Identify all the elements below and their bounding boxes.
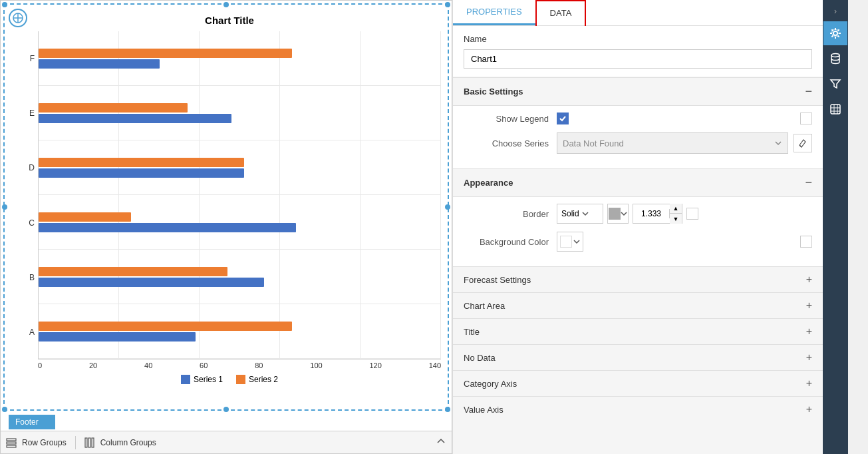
filter-button[interactable]	[823, 72, 847, 96]
column-groups-icon	[84, 437, 95, 448]
x-label-100: 100	[310, 361, 322, 369]
border-style-select[interactable]: Solid	[557, 204, 603, 224]
pencil-icon	[798, 138, 807, 148]
bar-b-orange	[39, 103, 188, 113]
x-label-140: 140	[429, 361, 441, 369]
choose-series-dropdown[interactable]: Data Not Found	[557, 132, 788, 154]
chart-area-row[interactable]: Chart Area +	[453, 292, 823, 318]
right-panel: PROPERTIES DATA Name Basic Settings − Sh…	[452, 0, 848, 454]
choose-series-control: Data Not Found	[557, 132, 812, 154]
border-width-value: 1.333	[633, 209, 670, 218]
no-data-row[interactable]: No Data +	[453, 344, 823, 370]
show-legend-control	[557, 113, 812, 124]
basic-settings-collapse[interactable]: −	[805, 85, 812, 99]
choose-series-row: Choose Series Data Not Found	[464, 132, 812, 154]
bar-group-e	[39, 250, 441, 304]
border-color-picker[interactable]	[607, 204, 629, 224]
forecast-settings-expand[interactable]: +	[806, 274, 812, 286]
chevron-right-icon[interactable]: ›	[834, 3, 837, 20]
appearance-label: Appearance	[464, 178, 513, 188]
bar-f-blue	[39, 332, 196, 341]
palette-button[interactable]	[823, 97, 847, 121]
palette-icon	[829, 103, 841, 115]
left-panel: Chart Title A B C D E F	[0, 0, 452, 454]
bar-d-blue	[39, 223, 296, 232]
bg-color-swatch	[560, 236, 572, 248]
bg-color-control	[557, 232, 812, 252]
show-legend-checkbox2[interactable]	[800, 113, 812, 124]
category-axis-expand[interactable]: +	[806, 377, 812, 389]
chart-plot: A B C D E F	[18, 31, 441, 359]
edit-series-button[interactable]	[794, 134, 812, 152]
svg-rect-4	[7, 442, 16, 444]
bg-color-checkbox[interactable]	[800, 236, 812, 248]
crosshair-icon	[12, 12, 24, 24]
y-label-e: E	[18, 109, 35, 117]
svg-line-9	[799, 145, 801, 147]
bar-c-blue	[39, 168, 244, 178]
bar-c-orange	[39, 158, 244, 167]
resize-dot-tl[interactable]	[2, 2, 7, 7]
resize-dot-top[interactable]	[223, 2, 229, 7]
resize-dot-bl[interactable]	[2, 407, 7, 412]
y-label-d: D	[18, 164, 35, 172]
bar-a-blue	[39, 59, 160, 69]
side-toolbar: ›	[823, 0, 848, 454]
value-axis-row[interactable]: Value Axis +	[453, 396, 823, 422]
row-groups-icon	[6, 437, 17, 448]
appearance-collapse[interactable]: −	[805, 176, 812, 190]
bar-group-b	[39, 86, 441, 140]
x-axis: 0 20 40 60 80 100 120 140	[18, 361, 441, 369]
border-width-spinner[interactable]: 1.333 ▲ ▼	[633, 204, 682, 224]
border-checkbox[interactable]	[686, 208, 698, 220]
legend-color-series1	[181, 375, 190, 384]
resize-dot-right[interactable]	[445, 204, 450, 210]
resize-dot-left[interactable]	[2, 204, 7, 210]
move-handle[interactable]	[9, 9, 27, 27]
row-groups-label: Row Groups	[22, 438, 67, 447]
show-legend-checkbox[interactable]	[557, 113, 569, 124]
name-input[interactable]	[464, 49, 812, 69]
chart-area-label: Chart Area	[464, 301, 505, 311]
forecast-settings-row[interactable]: Forecast Settings +	[453, 266, 823, 292]
tab-data[interactable]: DATA	[535, 0, 587, 26]
legend: Series 1 Series 2	[18, 375, 441, 384]
bg-color-row: Background Color	[464, 232, 812, 252]
legend-series1: Series 1	[181, 375, 223, 384]
resize-dot-tr[interactable]	[445, 2, 450, 7]
resize-dot-br[interactable]	[445, 407, 450, 412]
category-axis-row[interactable]: Category Axis +	[453, 370, 823, 396]
gear-button[interactable]	[823, 21, 847, 45]
title-label: Title	[464, 327, 480, 337]
border-color-chevron	[621, 210, 627, 217]
bg-color-picker[interactable]	[557, 232, 583, 252]
resize-dot-bottom[interactable]	[223, 407, 229, 412]
x-label-120: 120	[369, 361, 381, 369]
collapse-icon[interactable]	[436, 436, 446, 449]
title-row[interactable]: Title +	[453, 318, 823, 344]
gear-icon	[829, 27, 841, 39]
value-axis-expand[interactable]: +	[806, 403, 812, 415]
svg-rect-3	[7, 439, 16, 441]
basic-settings-header: Basic Settings −	[453, 77, 823, 106]
category-axis-label: Category Axis	[464, 379, 517, 389]
no-data-expand[interactable]: +	[806, 351, 812, 363]
y-label-f: F	[18, 55, 35, 63]
choose-series-value: Data Not Found	[563, 138, 624, 148]
bar-b-blue	[39, 114, 231, 123]
spinner-down[interactable]: ▼	[670, 214, 682, 224]
title-expand[interactable]: +	[806, 326, 812, 338]
show-legend-row: Show Legend	[464, 113, 812, 124]
svg-rect-5	[7, 445, 16, 447]
x-label-60: 60	[200, 361, 208, 369]
tab-properties[interactable]: PROPERTIES	[453, 0, 535, 25]
x-label-20: 20	[89, 361, 97, 369]
legend-color-series2	[236, 375, 245, 384]
svg-point-20	[831, 54, 839, 57]
chart-inner: Chart Title A B C D E F	[18, 11, 441, 403]
bg-color-label: Background Color	[464, 237, 557, 247]
database-button[interactable]	[823, 47, 847, 71]
chart-area-expand[interactable]: +	[806, 300, 812, 312]
properties-panel: PROPERTIES DATA Name Basic Settings − Sh…	[453, 0, 823, 454]
spinner-up[interactable]: ▲	[670, 204, 682, 214]
